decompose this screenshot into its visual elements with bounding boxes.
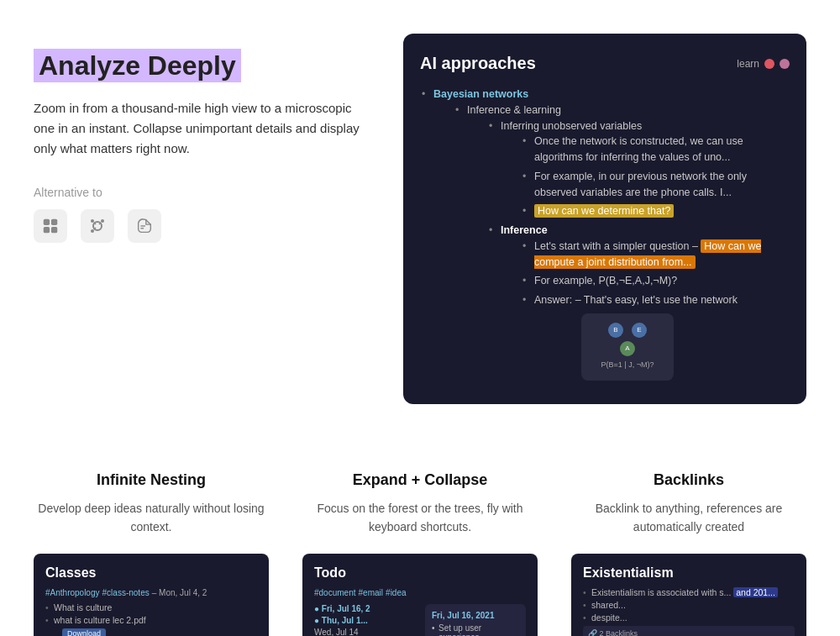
todo-item: Set up user experience... [432,623,519,636]
top-bar-right: learn [737,58,790,70]
todo-container: ● Fri, Jul 16, 2 ● Thu, Jul 1... Wed, Ju… [314,604,526,636]
fs-exist-title: Existentialism [583,565,795,581]
list-item: For example, P(B,¬E,A,J,¬M)? [521,273,790,289]
feature-title-expand: Expand + Collapse [353,471,488,489]
list-item: Once the network is constructed, we can … [521,134,790,166]
list-item: Let's start with a simpler question – Ho… [521,239,790,271]
list-item: Bayesian networks Inference & learning I… [420,87,790,381]
alt-icons-container [34,209,370,243]
hero-title: Analyze Deeply [34,50,370,81]
fs-tags: #Anthropology #class-notes – Mon, Jul 4,… [45,587,257,597]
svg-rect-0 [44,219,50,225]
feature-title-backlinks: Backlinks [654,471,724,489]
node-a: A [620,341,635,356]
yellow-highlight-item: How can we determine that? [534,204,674,218]
screenshot-top-bar: AI approaches learn [420,54,790,73]
notion-icon [34,209,67,243]
list-item: For example, in our previous network the… [521,169,790,201]
todo-date-wed: Wed, Jul 14 [314,628,418,636]
tag-email: #email [359,588,383,597]
tag-anthropology: #Anthropology [45,588,100,597]
download-button[interactable]: Download [62,628,106,636]
list-item: Inference & learning Inferring unobserve… [454,102,790,381]
feature-screenshot-nesting: Classes #Anthropology #class-notes – Mon… [34,554,269,636]
dot-red-icon [764,59,774,69]
todo-right: Fri, Jul 16, 2021 Set up user experience… [425,604,526,636]
tag-document: #document [314,588,355,597]
feature-screenshot-backlinks: Existentialism Existentialism is associa… [571,554,806,636]
svg-rect-1 [51,219,57,225]
features-grid: Infinite Nesting Develop deep ideas natu… [34,471,806,636]
fs-exist-line: despite... [583,612,795,623]
feature-desc-nesting: Develop deep ideas naturally without los… [34,499,269,537]
diagram-inner: B E A P(B=1 | J, ¬M)? [601,323,654,371]
inference-item: Inference Let's start with a simpler que… [487,223,790,381]
list-item: How can we determine that? [521,203,790,219]
feature-desc-backlinks: Backlink to anything, references are aut… [571,499,806,537]
blue-highlight: and 201... [733,587,778,597]
tag-classnotes: #class-notes [102,588,150,597]
fs-exist-line: Existentialism is associated with s... a… [583,587,795,597]
dot-pink-icon [780,59,790,69]
backlinks-count: 🔗 2 Backlinks [583,626,795,636]
feature-expand-collapse: Expand + Collapse Focus on the forest or… [302,471,538,636]
todo-date-fri: ● Fri, Jul 16, 2 [314,604,418,613]
top-bar-link: learn [737,58,759,70]
fs-classes-title: Classes [45,565,257,581]
svg-point-5 [91,219,94,223]
svg-rect-3 [51,227,57,233]
svg-point-6 [101,219,104,223]
diagram-nodes: B E [608,323,647,338]
node-b: B [608,323,623,338]
feature-screenshot-expand: Todo #document #email #idea ● Fri, Jul 1… [302,554,538,636]
hero-screenshot-panel: AI approaches learn Bayesian networks In… [403,34,806,404]
orange-highlight-item: How can we compute a joint distribution … [534,239,761,269]
feature-backlinks: Backlinks Backlink to anything, referenc… [571,471,806,636]
features-section: Infinite Nesting Develop deep ideas natu… [0,455,840,636]
fs-date-classes: – Mon, Jul 4, 2 [152,588,207,597]
evernote-icon [128,209,161,243]
inference-label: Inference [501,224,548,236]
list-item: Answer: – That's easy, let's use the net… [521,292,790,381]
todo-date-thu: ● Thu, Jul 1... [314,616,418,625]
fs-todo-title: Todo [314,565,526,581]
todo-right-header: Fri, Jul 16, 2021 [432,611,519,620]
nested-list-1: Inference & learning Inferring unobserve… [433,102,790,381]
diagram-box: B E A P(B=1 | J, ¬M)? [581,313,674,381]
hero-left-panel: Analyze Deeply Zoom in from a thousand-m… [34,34,370,243]
todo-left: ● Fri, Jul 16, 2 ● Thu, Jul 1... Wed, Ju… [314,604,418,636]
fs-line: what is culture lec 2.pdf Download [45,615,257,636]
feature-title-nesting: Infinite Nesting [97,471,206,489]
fs-line: What is culture [45,602,257,612]
screenshot-title: AI approaches [420,54,536,73]
svg-rect-2 [44,227,50,233]
bayesian-networks-item: Bayesian networks [433,88,528,100]
tag-idea: #idea [386,588,406,597]
feature-desc-expand: Focus on the forest or the trees, fly wi… [302,499,538,537]
outline-list: Bayesian networks Inference & learning I… [420,87,790,381]
nested-list-2: Inferring unobserved variables Once the … [467,118,790,381]
node-e: E [632,323,647,338]
list-item: Inferring unobserved variables Once the … [487,118,790,220]
nested-list-3: Once the network is constructed, we can … [501,134,790,219]
fs-todo-tags: #document #email #idea [314,587,526,597]
fs-exist-line: shared... [583,600,795,610]
feature-infinite-nesting: Infinite Nesting Develop deep ideas natu… [34,471,269,636]
nested-list-4: Let's start with a simpler question – Ho… [501,239,790,381]
roam-icon [81,209,114,243]
hero-section: Analyze Deeply Zoom in from a thousand-m… [0,0,840,455]
alt-label: Alternative to [34,186,370,199]
diagram-label: P(B=1 | J, ¬M)? [601,360,654,371]
svg-point-7 [91,229,94,233]
hero-description: Zoom in from a thousand-mile high view t… [34,98,370,159]
